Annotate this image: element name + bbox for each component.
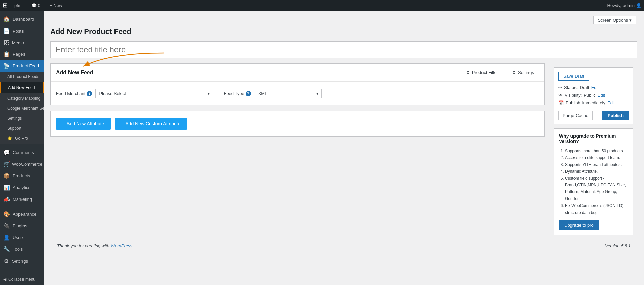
sidebar-label-products: Products	[13, 173, 30, 178]
adminbar-site[interactable]: pfm	[12, 0, 25, 11]
add-attribute-label: + Add New Attribute	[63, 121, 104, 126]
sidebar-item-tools[interactable]: 🔧 Tools	[0, 243, 44, 255]
visibility-value: Public	[584, 93, 595, 98]
add-custom-attribute-button[interactable]: + Add New Custom Attribute	[115, 118, 187, 130]
sidebar-item-appearance[interactable]: 🎨 Appearance	[0, 208, 44, 220]
sidebar-label-analytics: Analytics	[13, 185, 30, 190]
filter-icon: ⚙	[466, 70, 470, 75]
sidebar-item-support[interactable]: Support	[0, 123, 44, 133]
sidebar-label-woocommerce: WooCommerce	[12, 162, 42, 167]
sidebar-item-all-product-feeds[interactable]: All Product Feeds	[0, 72, 44, 82]
publish-label: Publish	[566, 100, 580, 105]
wp-logo[interactable]: ⊞	[3, 2, 8, 9]
sidebar-item-comments[interactable]: 💬 Comments	[0, 147, 44, 158]
save-draft-button[interactable]: Save Draft	[558, 72, 589, 81]
premium-title: Why upgrade to Premium Version?	[559, 133, 628, 144]
upgrade-button[interactable]: Upgrade to pro	[559, 220, 599, 230]
status-label: Status:	[564, 85, 578, 90]
sidebar-item-users[interactable]: 👤 Users	[0, 232, 44, 243]
publish-edit-link[interactable]: Edit	[607, 100, 615, 105]
publish-timing: immediately	[582, 100, 605, 105]
collapse-label: Collapse menu	[8, 277, 35, 282]
right-panel: Save Draft ✏ Status: Draft Edit 👁 Visibi…	[550, 63, 637, 239]
admin-bar: ⊞ pfm 💬 0 + New Howdy, admin 👤	[0, 0, 644, 11]
add-new-feed-label: Add New Feed	[8, 85, 35, 90]
sidebar-label-media: Media	[12, 40, 24, 45]
media-icon: 🖼	[3, 40, 9, 46]
purge-cache-button[interactable]: Purge Cache	[558, 111, 593, 120]
attributes-area: + Add New Attribute + Add New Custom Att…	[51, 111, 544, 136]
settings-button[interactable]: ⚙ Settings	[507, 68, 539, 77]
feed-title-input[interactable]	[50, 41, 637, 58]
sidebar-label-pages: Pages	[13, 52, 25, 57]
card-title-area: Add New Feed	[56, 70, 457, 76]
products-icon: 📦	[3, 173, 10, 179]
dashboard-icon: 🏠	[3, 16, 10, 22]
sidebar-item-media[interactable]: 🖼 Media	[0, 37, 44, 48]
sidebar: 🏠 Dashboard 📄 Posts 🖼 Media 📋 Pages 📡 Pr…	[0, 11, 44, 285]
howdy-text: Howdy, admin	[607, 3, 635, 8]
add-attribute-button[interactable]: + Add New Attribute	[56, 118, 111, 130]
footer-text: Thank you for creating with WordPress .	[57, 243, 135, 248]
merchant-select[interactable]: Please Select	[95, 89, 213, 98]
adminbar-new[interactable]: + New	[47, 0, 65, 11]
collapse-arrow-icon: ◀	[3, 277, 6, 282]
premium-card: Why upgrade to Premium Version? Supports…	[554, 128, 633, 235]
panel-actions: Purge Cache Publish	[558, 111, 629, 120]
product-filter-button[interactable]: ⚙ Product Filter	[461, 68, 503, 77]
settings-sub-label: Settings	[7, 116, 22, 121]
tools-icon: 🔧	[3, 246, 10, 252]
screen-options-arrow: ▾	[629, 18, 632, 23]
page-footer: Thank you for creating with WordPress . …	[50, 239, 637, 252]
sidebar-item-google-merchant-settings[interactable]: Google Merchant Settings	[0, 103, 44, 113]
sidebar-item-products[interactable]: 📦 Products	[0, 170, 44, 182]
sidebar-item-plugins[interactable]: 🔌 Plugins	[0, 220, 44, 232]
merchant-help-icon[interactable]: ?	[87, 91, 92, 96]
feed-type-help-icon[interactable]: ?	[246, 91, 251, 96]
feed-type-label: Feed Type ?	[224, 91, 251, 96]
publish-row: 📅 Publish immediately Edit	[558, 100, 629, 105]
sidebar-item-marketing[interactable]: 📣 Marketing	[0, 193, 44, 205]
status-row: ✏ Status: Draft Edit	[558, 85, 629, 90]
sidebar-item-dashboard[interactable]: 🏠 Dashboard	[0, 13, 44, 25]
support-label: Support	[7, 126, 21, 131]
footer-wp-link[interactable]: WordPress	[111, 243, 134, 248]
sidebar-label-marketing: Marketing	[13, 197, 32, 202]
sidebar-label-dashboard: Dashboard	[13, 17, 34, 22]
sidebar-item-pages[interactable]: 📋 Pages	[0, 48, 44, 60]
posts-icon: 📄	[3, 28, 10, 34]
sidebar-item-category-mapping[interactable]: Category Mapping	[0, 93, 44, 103]
sidebar-item-analytics[interactable]: 📊 Analytics	[0, 182, 44, 193]
publish-button[interactable]: Publish	[602, 111, 629, 120]
woocommerce-icon: 🛒	[3, 161, 9, 167]
category-mapping-label: Category Mapping	[7, 96, 40, 101]
screen-options-button[interactable]: Screen Options ▾	[593, 16, 636, 24]
collapse-menu[interactable]: ◀ Collapse menu	[0, 274, 44, 285]
comments-icon: 💬	[3, 149, 10, 156]
sidebar-item-settings[interactable]: ⚙ Settings	[0, 255, 44, 267]
status-pencil-icon: ✏	[558, 85, 562, 90]
plugins-icon: 🔌	[3, 223, 10, 229]
panel-divider	[558, 108, 629, 108]
status-edit-link[interactable]: Edit	[591, 85, 599, 90]
attributes-card: + Add New Attribute + Add New Custom Att…	[50, 111, 545, 137]
analytics-icon: 📊	[3, 184, 10, 191]
all-product-feeds-label: All Product Feeds	[7, 74, 39, 79]
sidebar-item-posts[interactable]: 📄 Posts	[0, 25, 44, 37]
pages-icon: 📋	[3, 51, 10, 57]
premium-list: Supports more than 50 products. Access t…	[559, 148, 628, 216]
sidebar-item-woocommerce[interactable]: 🛒 WooCommerce	[0, 158, 44, 170]
card-header: Add New Feed	[51, 64, 544, 82]
sidebar-item-settings-sub[interactable]: Settings	[0, 113, 44, 123]
sidebar-item-product-feed[interactable]: 📡 Product Feed	[0, 60, 44, 72]
sidebar-label-comments: Comments	[13, 150, 34, 155]
visibility-label: Visibility:	[565, 93, 582, 98]
feed-type-select[interactable]: XML CSV TSV	[255, 89, 322, 98]
sidebar-item-go-pro[interactable]: ⭐ Go Pro	[0, 133, 44, 144]
visibility-edit-link[interactable]: Edit	[598, 93, 605, 98]
feed-type-select-wrapper: XML CSV TSV	[255, 89, 322, 98]
adminbar-comments[interactable]: 💬 0	[29, 0, 43, 11]
sidebar-item-add-new-feed[interactable]: Add New Feed	[0, 82, 44, 93]
premium-item-3: Supports YITH brand attributes.	[565, 161, 628, 168]
main-content: Screen Options ▾ Add New Product Feed Ad…	[44, 11, 644, 285]
